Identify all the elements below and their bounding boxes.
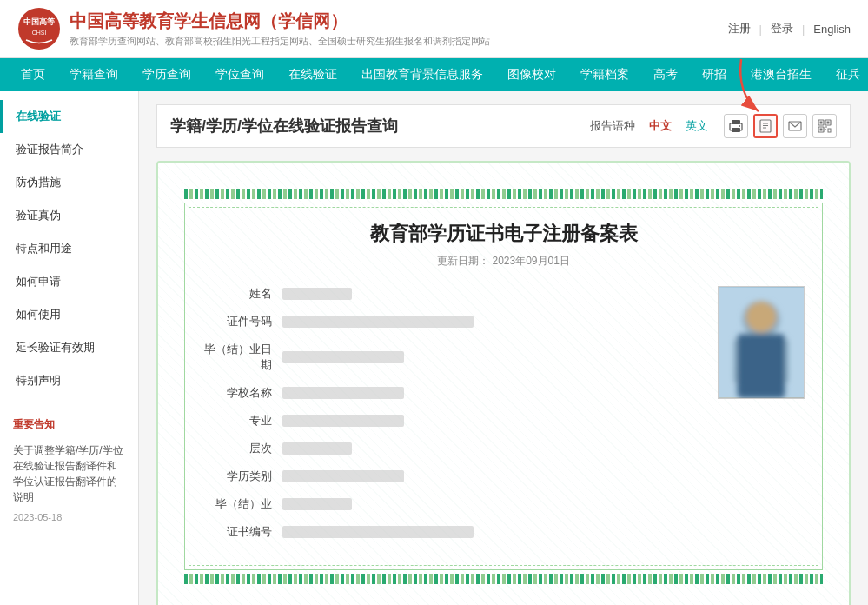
svg-rect-18 <box>820 129 823 131</box>
field-edu-type: 学历类别 <box>202 469 700 484</box>
register-link[interactable]: 注册 <box>728 21 751 37</box>
english-link[interactable]: English <box>813 23 851 36</box>
sidebar-item-extend[interactable]: 延长验证有效期 <box>0 331 138 364</box>
report-lang-label: 报告语种 <box>590 118 635 134</box>
field-major: 专业 <box>202 413 700 429</box>
label-grad-date: 毕（结）业日期 <box>202 342 272 373</box>
cert-update-date: 更新日期： 2023年09月01日 <box>202 254 805 269</box>
nav-tuxiang[interactable]: 图像校对 <box>495 58 568 91</box>
value-cert-no <box>282 526 474 538</box>
cert-fields: 姓名 证件号码 毕（结）业日期 <box>202 286 700 552</box>
label-level: 层次 <box>202 441 272 456</box>
deco-top <box>184 189 823 199</box>
page-title: 学籍/学历/学位在线验证报告查询 <box>170 116 590 136</box>
label-edu-type: 学历类别 <box>202 469 272 484</box>
svg-text:CHSI: CHSI <box>32 30 47 36</box>
toolbar-icons <box>724 114 837 138</box>
svg-rect-14 <box>820 122 823 124</box>
nav-chuguo[interactable]: 出国教育背景信息服务 <box>349 58 495 91</box>
svg-point-27 <box>745 302 776 332</box>
field-name: 姓名 <box>202 286 700 302</box>
value-name <box>282 288 352 300</box>
main-layout: 在线验证 验证报告简介 防伪措施 验证真伪 特点和用途 如何申请 如何使用 延长… <box>0 91 868 605</box>
email-icon-btn[interactable] <box>783 114 807 138</box>
value-id <box>282 316 474 328</box>
divider2: | <box>802 23 805 36</box>
main-nav: 首页 学籍查询 学历查询 学位查询 在线验证 出国教育背景信息服务 图像校对 学… <box>0 58 868 91</box>
download-icon-btn[interactable] <box>753 114 778 138</box>
cert-body: 姓名 证件号码 毕（结）业日期 <box>202 286 805 552</box>
field-level: 层次 <box>202 441 700 456</box>
field-school: 学校名称 <box>202 385 700 401</box>
nav-xueweizhaoxun[interactable]: 学位查询 <box>203 58 276 91</box>
site-sub-title: 教育部学历查询网站、教育部高校招生阳光工程指定网站、全国硕士研究生招生报名和调剂… <box>70 35 490 48</box>
label-id: 证件号码 <box>202 314 272 329</box>
lang-zh-btn[interactable]: 中文 <box>642 116 679 136</box>
sidebar-item-online-verify[interactable]: 在线验证 <box>0 100 138 133</box>
chsi-logo-icon: 中国高等 CHSI <box>17 7 61 50</box>
nav-xuelizhaoxun[interactable]: 学历查询 <box>130 58 203 91</box>
cert-update-label: 更新日期： <box>437 255 489 267</box>
label-cert-no: 证书编号 <box>202 524 272 540</box>
sidebar: 在线验证 验证报告简介 防伪措施 验证真伪 特点和用途 如何申请 如何使用 延长… <box>0 91 139 605</box>
svg-rect-5 <box>732 128 740 132</box>
login-link[interactable]: 登录 <box>771 21 793 37</box>
field-grad-status: 毕（结）业 <box>202 496 700 512</box>
sidebar-important-notice: 重要告知 <box>0 410 138 435</box>
label-name: 姓名 <box>202 286 272 302</box>
svg-rect-16 <box>827 122 830 124</box>
value-grad-status <box>282 498 352 510</box>
value-grad-date <box>282 351 404 363</box>
nav-xueji-dangan[interactable]: 学籍档案 <box>568 58 641 91</box>
cert-photo <box>718 286 805 399</box>
sidebar-news-link[interactable]: 关于调整学籍/学历/学位在线验证报告翻译件和学位认证报告翻译件的说明 <box>0 435 138 512</box>
nav-gangaotai[interactable]: 港澳台招生 <box>739 58 824 91</box>
logo-area: 中国高等 CHSI 中国高等教育学生信息网（学信网） 教育部学历查询网站、教育部… <box>17 7 490 50</box>
value-edu-type <box>282 470 404 482</box>
svg-text:中国高等: 中国高等 <box>23 17 55 26</box>
cert-update-value: 2023年09月01日 <box>492 255 569 267</box>
header-title-area: 中国高等教育学生信息网（学信网） 教育部学历查询网站、教育部高校招生阳光工程指定… <box>70 10 490 48</box>
field-id: 证件号码 <box>202 314 700 329</box>
cert-title: 教育部学历证书电子注册备案表 <box>202 221 805 247</box>
sidebar-item-report-intro[interactable]: 验证报告简介 <box>0 133 138 166</box>
svg-point-6 <box>739 125 740 127</box>
field-grad-date: 毕（结）业日期 <box>202 342 700 373</box>
header-right-nav: 注册 | 登录 | English <box>728 21 851 37</box>
cert-border: 教育部学历证书电子注册备案表 更新日期： 2023年09月01日 姓名 <box>184 203 823 570</box>
divider1: | <box>759 23 762 36</box>
svg-rect-22 <box>828 129 831 132</box>
value-level <box>282 442 352 455</box>
nav-yanzhao[interactable]: 研招 <box>690 58 739 91</box>
sidebar-item-how-apply[interactable]: 如何申请 <box>0 265 138 298</box>
site-header: 中国高等 CHSI 中国高等教育学生信息网（学信网） 教育部学历查询网站、教育部… <box>0 0 868 58</box>
value-major <box>282 415 404 427</box>
qr-icon-btn[interactable] <box>812 114 837 138</box>
page-header-bar: 学籍/学历/学位在线验证报告查询 报告语种 中文 英文 <box>156 104 851 148</box>
sidebar-item-features[interactable]: 特点和用途 <box>0 232 138 265</box>
certificate-wrapper: 教育部学历证书电子注册备案表 更新日期： 2023年09月01日 姓名 <box>156 161 851 605</box>
nav-xuejizhaoxun[interactable]: 学籍查询 <box>57 58 130 91</box>
nav-home[interactable]: 首页 <box>9 58 57 91</box>
label-grad-status: 毕（结）业 <box>202 496 272 512</box>
label-major: 专业 <box>202 413 272 429</box>
sidebar-news-date: 2023-05-18 <box>0 512 138 529</box>
deco-bottom <box>184 574 823 584</box>
sidebar-item-anti-fake[interactable]: 防伪措施 <box>0 166 138 199</box>
site-main-title: 中国高等教育学生信息网（学信网） <box>70 10 490 33</box>
nav-zaixianyanzheng[interactable]: 在线验证 <box>276 58 349 91</box>
sidebar-item-disclaimer[interactable]: 特别声明 <box>0 364 138 397</box>
nav-gaokao[interactable]: 高考 <box>641 58 690 91</box>
nav-zhengbing[interactable]: 征兵 <box>824 58 868 91</box>
sidebar-item-how-use[interactable]: 如何使用 <box>0 298 138 331</box>
field-cert-no: 证书编号 <box>202 524 700 540</box>
sidebar-item-verify-auth[interactable]: 验证真伪 <box>0 199 138 232</box>
value-school <box>282 387 404 399</box>
main-content: 学籍/学历/学位在线验证报告查询 报告语种 中文 英文 <box>139 91 868 605</box>
svg-rect-28 <box>738 334 785 398</box>
label-school: 学校名称 <box>202 385 272 401</box>
print-icon-btn[interactable] <box>724 114 748 138</box>
lang-en-btn[interactable]: 英文 <box>679 116 715 136</box>
